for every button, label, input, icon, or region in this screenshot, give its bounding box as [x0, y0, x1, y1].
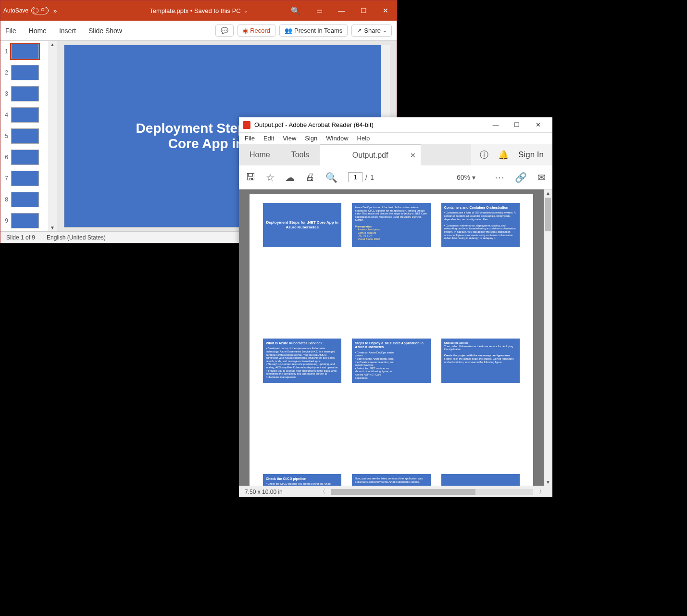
- pdf-slide-9: Thank You: [441, 474, 520, 486]
- pdf-viewport[interactable]: Deployment Steps for .NET Core App in Az…: [239, 189, 544, 486]
- comments-button[interactable]: 💬: [215, 25, 234, 37]
- thumb-preview: [11, 150, 39, 165]
- scroll-left-icon[interactable]: 〈: [318, 488, 327, 496]
- pdf-slide-4: What Is Azure Kubernetes Service? • Deve…: [263, 339, 341, 383]
- page-dimensions: 7.50 x 10.00 in: [245, 489, 283, 495]
- cloud-upload-icon[interactable]: ☁: [285, 172, 295, 183]
- ribbon-display-icon[interactable]: ▭: [308, 0, 330, 21]
- scroll-up-icon[interactable]: ▲: [545, 189, 551, 197]
- slide-thumbnail[interactable]: 4: [0, 104, 48, 126]
- slide-thumbnail[interactable]: 6: [0, 147, 48, 168]
- scroll-thumb[interactable]: [331, 489, 475, 495]
- acro-toolbar: 🖫 ☆ ☁ 🖨 🔍 / 1 60% ▾ ⋯ 🔗 ✉: [239, 165, 552, 189]
- autosave-toggle[interactable]: AutoSave Off: [3, 7, 49, 14]
- scroll-down-icon[interactable]: ▼: [49, 224, 56, 231]
- thumb-preview: [11, 44, 39, 59]
- page-current-input[interactable]: [348, 172, 362, 182]
- thumb-preview: [11, 107, 39, 123]
- slide-thumbnail[interactable]: 5: [0, 126, 48, 147]
- slide-thumbnail[interactable]: 3: [0, 83, 48, 104]
- more-icon[interactable]: ⋯: [495, 172, 504, 183]
- menu-file[interactable]: File: [245, 135, 255, 142]
- menu-window[interactable]: Window: [326, 135, 348, 142]
- thumbnail-scrollbar[interactable]: ▲ ▼: [48, 41, 57, 231]
- pdf-slide-2: Azure DevOps is one of the best platform…: [352, 203, 430, 247]
- help-icon[interactable]: ⓘ: [480, 149, 488, 161]
- thumb-preview: [11, 65, 39, 80]
- link-icon[interactable]: 🔗: [515, 172, 527, 183]
- zoom-control[interactable]: 60% ▾: [457, 174, 475, 181]
- thumb-number: 2: [2, 69, 8, 76]
- bell-icon[interactable]: 🔔: [498, 150, 509, 160]
- thumb-preview: [11, 171, 39, 186]
- tab-file[interactable]: File: [5, 27, 16, 35]
- toggle-switch-icon[interactable]: Off: [31, 7, 49, 14]
- share-button[interactable]: ↗Share⌄: [351, 25, 392, 37]
- pdf-slide-7: Check the CI/CD pipeline • Check the CI/…: [263, 474, 341, 486]
- sign-in-button[interactable]: Sign In: [518, 150, 544, 160]
- slide-thumbnail[interactable]: 1: [0, 41, 48, 62]
- pdf-vertical-scrollbar[interactable]: ▲ ▼: [544, 189, 552, 486]
- language-status[interactable]: English (United States): [47, 234, 106, 241]
- chevron-down-icon[interactable]: ▾: [472, 174, 475, 181]
- page-total: 1: [370, 174, 374, 181]
- maximize-button[interactable]: ☐: [352, 0, 375, 21]
- slide-thumbnail[interactable]: 7: [0, 168, 48, 189]
- menu-view[interactable]: View: [283, 135, 296, 142]
- scroll-right-icon[interactable]: 〉: [537, 488, 547, 496]
- share-icon: ↗: [357, 27, 362, 34]
- thumb-preview: [11, 128, 39, 144]
- minimize-button[interactable]: —: [330, 0, 352, 21]
- minimize-button[interactable]: —: [485, 117, 506, 133]
- menu-edit[interactable]: Edit: [263, 135, 274, 142]
- pdf-slide-8: Now, you can see the latest version of t…: [352, 474, 430, 486]
- tab-insert[interactable]: Insert: [59, 27, 76, 35]
- close-button[interactable]: ✕: [375, 0, 397, 21]
- scroll-up-icon[interactable]: ▲: [49, 41, 56, 48]
- slide-thumbnail[interactable]: 2: [0, 62, 48, 83]
- tab-close-icon[interactable]: ✕: [410, 151, 416, 159]
- tab-home[interactable]: Home: [29, 27, 47, 35]
- acro-window-title: Output.pdf - Adobe Acrobat Reader (64-bi…: [254, 121, 374, 128]
- acro-status-bar: 7.50 x 10.00 in 〈 〉: [239, 486, 552, 497]
- pdf-horizontal-scrollbar[interactable]: 〈 〉: [318, 488, 547, 496]
- thumb-number: 6: [2, 154, 8, 161]
- thumb-number: 4: [2, 112, 8, 118]
- tab-slideshow[interactable]: Slide Show: [88, 27, 122, 35]
- tab-tools[interactable]: Tools: [281, 144, 320, 165]
- maximize-button[interactable]: ☐: [506, 117, 527, 133]
- chevron-down-icon[interactable]: ⌄: [244, 8, 248, 13]
- slide-thumbnail[interactable]: 9: [0, 210, 48, 231]
- pdf-page: Deployment Steps for .NET Core App in Az…: [250, 194, 533, 486]
- thumb-number: 8: [2, 196, 8, 203]
- present-teams-button[interactable]: 👥Present in Teams: [279, 25, 348, 37]
- menu-sign[interactable]: Sign: [305, 135, 317, 142]
- record-button[interactable]: ◉Record: [237, 25, 275, 37]
- zoom-value: 60%: [457, 174, 470, 181]
- save-icon[interactable]: 🖫: [246, 172, 255, 183]
- scroll-down-icon[interactable]: ▼: [545, 478, 551, 486]
- star-icon[interactable]: ☆: [266, 172, 275, 183]
- search-icon[interactable]: 🔍: [291, 6, 300, 15]
- slide-thumbnail[interactable]: 8: [0, 189, 48, 210]
- thumb-number: 3: [2, 90, 8, 97]
- thumb-number: 5: [2, 133, 8, 139]
- close-button[interactable]: ✕: [527, 117, 549, 133]
- tab-document-label: Output.pdf: [352, 151, 388, 160]
- print-icon[interactable]: 🖨: [305, 172, 315, 183]
- ppt-title-bar: AutoSave Off » Template.pptx • Saved to …: [0, 0, 397, 21]
- tab-document[interactable]: Output.pdf ✕: [320, 144, 421, 165]
- tab-home[interactable]: Home: [239, 144, 281, 165]
- zoom-out-icon[interactable]: 🔍: [325, 172, 337, 183]
- slide-counter[interactable]: Slide 1 of 9: [6, 234, 35, 241]
- acro-tab-strip: Home Tools Output.pdf ✕ ⓘ 🔔 Sign In: [239, 144, 552, 165]
- mail-icon[interactable]: ✉: [537, 172, 546, 183]
- scroll-thumb[interactable]: [545, 198, 551, 231]
- pdf-slide-1: Deployment Steps for .NET Core App in Az…: [263, 203, 341, 247]
- pdf-slide-6: Choose the service Then, select Kubernet…: [441, 339, 520, 383]
- teams-icon: 👥: [285, 27, 292, 34]
- acrobat-window: Output.pdf - Adobe Acrobat Reader (64-bi…: [239, 117, 552, 497]
- menu-help[interactable]: Help: [357, 135, 370, 142]
- chevron-down-icon[interactable]: ⌄: [383, 28, 387, 33]
- ribbon-overflow-icon[interactable]: »: [53, 7, 57, 14]
